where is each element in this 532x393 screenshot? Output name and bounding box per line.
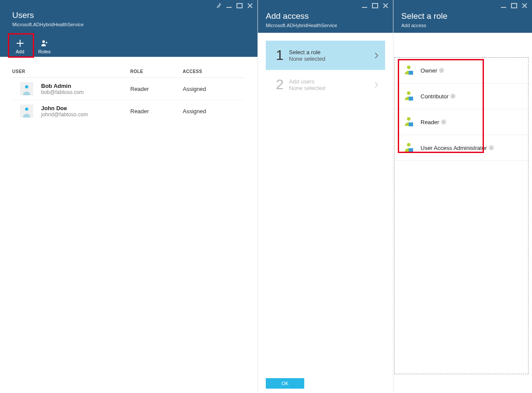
maximize-icon[interactable]: [236, 3, 243, 9]
info-icon[interactable]: i: [439, 68, 444, 73]
ok-button[interactable]: OK: [266, 378, 304, 389]
user-name: John Doe: [41, 105, 88, 111]
step-sub: None selected: [289, 85, 374, 91]
maximize-icon[interactable]: [511, 3, 517, 9]
add-access-blade: Add access Microsoft.ADHybridHealthServi…: [258, 0, 393, 393]
blade-subtitle: Add access: [393, 21, 532, 28]
step-number: 1: [272, 47, 287, 63]
minimize-icon[interactable]: [501, 3, 507, 9]
col-access: ACCESS: [183, 69, 245, 74]
svg-rect-9: [511, 3, 517, 8]
step-list: 1 Select a role None selected 2 Add user…: [258, 33, 393, 107]
roles-label: Roles: [38, 49, 51, 54]
add-button-wrap: Add: [12, 36, 28, 57]
svg-point-4: [25, 85, 28, 88]
table-header: USER ROLE ACCESS: [12, 69, 245, 78]
role-icon: [403, 90, 414, 102]
svg-rect-8: [501, 7, 506, 8]
toolbar: Add Roles: [12, 36, 54, 57]
user-role: Reader: [130, 86, 183, 92]
close-icon[interactable]: [247, 3, 253, 9]
role-user-access-admin[interactable]: User Access Administrator i: [395, 135, 530, 161]
add-access-header: Add access Microsoft.ADHybridHealthServi…: [258, 0, 393, 33]
svg-point-10: [407, 66, 410, 69]
users-blade: Users Microsoft.ADHybridHealthService Ad…: [0, 0, 258, 393]
svg-rect-6: [362, 7, 367, 8]
role-icon: [403, 116, 414, 128]
svg-point-2: [42, 40, 45, 43]
avatar: [20, 104, 33, 118]
step-add-users[interactable]: 2 Add users None selected: [266, 70, 385, 99]
step-title: Add users: [289, 78, 374, 85]
user-role: Reader: [130, 108, 183, 115]
step-select-role[interactable]: 1 Select a role None selected: [266, 41, 385, 70]
svg-point-14: [407, 117, 410, 121]
role-label: Owner: [421, 67, 437, 74]
step-sub: None selected: [289, 56, 374, 62]
user-access: Assigned: [183, 86, 245, 92]
add-access-footer: OK: [266, 378, 385, 389]
roles-button[interactable]: Roles: [35, 36, 54, 57]
blade-subtitle: Microsoft.ADHybridHealthService: [0, 20, 257, 27]
select-role-blade: Select a role Add access Owner i Contrib…: [393, 0, 532, 393]
info-icon[interactable]: i: [450, 94, 456, 99]
user-access: Assigned: [183, 108, 245, 115]
close-icon[interactable]: [522, 3, 528, 9]
step-number: 2: [272, 77, 287, 93]
roles-icon: [41, 38, 49, 48]
svg-rect-11: [409, 71, 413, 75]
user-email: bob@fabtoso.com: [41, 89, 84, 95]
role-reader[interactable]: Reader i: [395, 109, 530, 135]
role-label: Reader: [421, 119, 439, 125]
role-owner[interactable]: Owner i: [395, 57, 530, 83]
info-icon[interactable]: i: [441, 119, 446, 125]
plus-icon: [16, 38, 24, 48]
svg-rect-1: [237, 3, 242, 8]
window-controls: [216, 3, 253, 9]
select-role-body: Owner i Contributor i Reader i User Acce…: [393, 33, 532, 393]
blade-subtitle: Microsoft.ADHybridHealthService: [258, 21, 393, 28]
add-label: Add: [16, 49, 24, 54]
user-name: Bob Admin: [41, 83, 84, 89]
users-table: USER ROLE ACCESS Bob Admin bob@fabtoso.c…: [0, 57, 257, 122]
users-header: Users Microsoft.ADHybridHealthService Ad…: [0, 0, 257, 57]
role-contributor[interactable]: Contributor i: [395, 83, 530, 109]
chevron-right-icon: [374, 52, 379, 59]
role-icon: [403, 65, 414, 76]
add-button[interactable]: Add: [12, 36, 28, 57]
svg-rect-7: [372, 3, 378, 8]
svg-point-12: [407, 91, 410, 95]
avatar: [20, 82, 33, 95]
role-label: User Access Administrator: [421, 145, 487, 151]
maximize-icon[interactable]: [372, 3, 378, 9]
close-icon[interactable]: [382, 3, 389, 9]
window-controls: [501, 3, 528, 9]
users-body: USER ROLE ACCESS Bob Admin bob@fabtoso.c…: [0, 57, 257, 393]
role-label: Contributor: [421, 93, 449, 100]
table-row[interactable]: Bob Admin bob@fabtoso.com Reader Assigne…: [12, 78, 245, 100]
svg-rect-0: [226, 7, 232, 8]
table-row[interactable]: John Doe johnd@fabtoso.com Reader Assign…: [12, 100, 245, 122]
svg-point-3: [45, 42, 47, 43]
svg-rect-17: [409, 148, 413, 152]
minimize-icon[interactable]: [362, 3, 368, 9]
svg-rect-13: [409, 97, 413, 101]
chevron-right-icon: [374, 81, 379, 88]
select-role-header: Select a role Add access: [393, 0, 532, 33]
role-icon: [403, 142, 414, 153]
col-user: USER: [12, 69, 130, 74]
svg-point-5: [25, 108, 28, 111]
svg-rect-15: [409, 122, 413, 126]
minimize-icon[interactable]: [226, 3, 232, 9]
info-icon[interactable]: i: [489, 145, 494, 150]
step-title: Select a role: [289, 49, 374, 56]
pin-icon[interactable]: [216, 3, 222, 9]
add-access-body: 1 Select a role None selected 2 Add user…: [258, 33, 393, 393]
window-controls: [362, 3, 389, 9]
user-email: johnd@fabtoso.com: [41, 111, 88, 118]
svg-point-16: [407, 143, 410, 146]
col-role: ROLE: [130, 69, 183, 74]
